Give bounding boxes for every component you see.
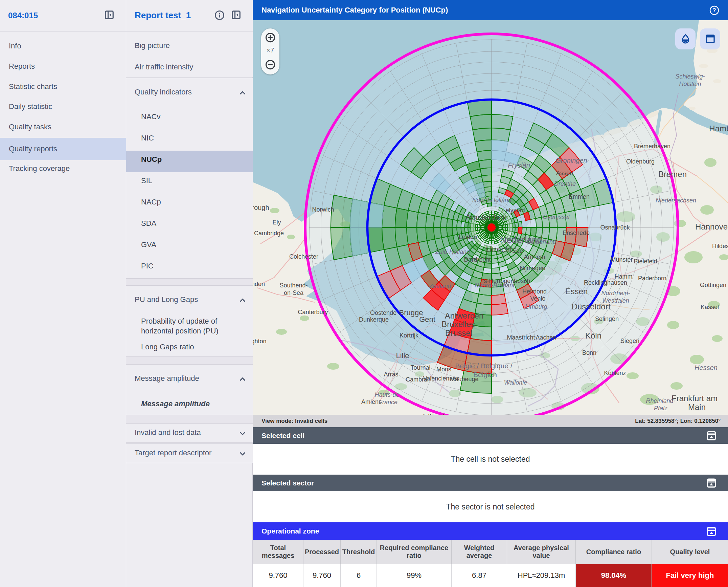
svg-text:Osnabrück: Osnabrück — [600, 224, 630, 231]
svg-text:Solingen: Solingen — [595, 316, 619, 322]
svg-text:Koblenz: Koblenz — [604, 370, 626, 376]
svg-text:Kassel: Kassel — [701, 304, 719, 310]
svg-text:Limburg: Limburg — [525, 303, 547, 310]
svg-text:Bruxelles -: Bruxelles - — [441, 320, 480, 329]
svg-text:Oldenburg: Oldenburg — [626, 158, 655, 165]
svg-text:Norwich: Norwich — [312, 206, 334, 213]
svg-text:Siegen: Siegen — [620, 338, 639, 344]
svg-text:Kortrijk: Kortrijk — [400, 332, 419, 339]
svg-text:Frankfurt am: Frankfurt am — [672, 394, 718, 403]
svg-text:Rheinland-: Rheinland- — [646, 397, 675, 404]
svg-text:Amsterdam: Amsterdam — [465, 213, 507, 222]
svg-text:Maastricht: Maastricht — [507, 334, 535, 341]
svg-text:Arnhem: Arnhem — [524, 254, 545, 260]
svg-text:Lelystad: Lelystad — [502, 207, 525, 214]
svg-text:Bonn: Bonn — [582, 349, 596, 356]
svg-text:Antwerpen: Antwerpen — [445, 311, 484, 320]
svg-text:Overijssel: Overijssel — [543, 214, 570, 220]
svg-text:Oostende: Oostende — [370, 309, 396, 316]
svg-text:Hessen: Hessen — [695, 364, 718, 371]
svg-text:Brussel: Brussel — [445, 328, 472, 338]
svg-text:Holstein: Holstein — [679, 81, 701, 87]
svg-text:Pfalz: Pfalz — [654, 405, 667, 412]
svg-text:Helmond: Helmond — [522, 288, 547, 295]
svg-text:Noord-Brabant: Noord-Brabant — [475, 282, 515, 289]
svg-text:Bremerhaven: Bremerhaven — [634, 143, 670, 150]
svg-text:Emmen: Emmen — [569, 193, 590, 200]
svg-text:Canterbury: Canterbury — [298, 309, 328, 316]
svg-text:Dordrecht: Dordrecht — [464, 256, 491, 263]
svg-text:Venlo: Venlo — [530, 295, 545, 302]
svg-text:Groningen: Groningen — [555, 157, 587, 164]
svg-text:Hamm: Hamm — [615, 273, 633, 280]
svg-text:Drenthe: Drenthe — [554, 180, 576, 187]
svg-text:Noord-Holland: Noord-Holland — [472, 197, 512, 203]
svg-text:Aachen: Aachen — [536, 334, 556, 341]
svg-text:Münster: Münster — [611, 256, 633, 263]
svg-text:Southend-: Southend- — [279, 282, 308, 289]
svg-text:ghton: ghton — [253, 338, 267, 345]
svg-text:Essen: Essen — [565, 287, 588, 296]
svg-text:Hildeshe: Hildeshe — [712, 243, 728, 249]
svg-text:Lille: Lille — [396, 351, 409, 360]
svg-text:?: ? — [712, 7, 716, 14]
svg-text:Tournai: Tournai — [410, 364, 430, 371]
svg-text:Zeeland: Zeeland — [429, 283, 451, 289]
svg-text:Zuid-Holland: Zuid-Holland — [435, 248, 470, 255]
svg-text:Mons: Mons — [436, 366, 451, 373]
svg-text:Recklinghausen: Recklinghausen — [584, 279, 627, 286]
svg-text:Dunkerque: Dunkerque — [359, 316, 389, 323]
svg-text:België / Belgique /: België / Belgique / — [455, 362, 512, 370]
svg-text:Arras: Arras — [384, 371, 398, 378]
svg-text:Gelderland: Gelderland — [526, 238, 556, 245]
svg-text:Cambridge: Cambridge — [254, 230, 284, 237]
svg-text:Westfalen: Westfalen — [602, 297, 629, 304]
svg-text:Nordrhein-: Nordrhein- — [601, 290, 630, 297]
svg-text:Ede: Ede — [512, 247, 523, 254]
svg-text:Gent: Gent — [419, 315, 435, 324]
svg-text:Hauts-de-: Hauts-de- — [374, 391, 401, 398]
svg-text:hdon: hdon — [253, 281, 265, 287]
svg-text:Colchester: Colchester — [289, 253, 318, 260]
svg-text:Leiden: Leiden — [459, 234, 477, 240]
svg-text:Belgien: Belgien — [473, 371, 497, 378]
svg-text:Utrecht: Utrecht — [486, 245, 512, 254]
svg-text:Nijmegen: Nijmegen — [520, 265, 545, 271]
svg-text:Hannover: Hannover — [695, 222, 728, 231]
svg-text:Assen: Assen — [556, 170, 573, 176]
svg-text:Ely: Ely — [272, 219, 281, 226]
svg-text:Schleswig-: Schleswig- — [675, 73, 705, 80]
svg-text:Main: Main — [688, 403, 706, 412]
svg-text:Paderborn: Paderborn — [638, 275, 666, 282]
svg-text:France: France — [379, 399, 397, 406]
svg-text:Fryslân: Fryslân — [508, 161, 530, 169]
svg-text:rough: rough — [253, 204, 269, 211]
svg-text:Göttingen: Göttingen — [700, 282, 726, 288]
svg-text:Bremen: Bremen — [658, 170, 687, 179]
svg-text:Niedersachsen: Niedersachsen — [656, 197, 696, 204]
svg-text:Enschede: Enschede — [563, 230, 590, 236]
svg-text:Lëtzebuerg: Lëtzebuerg — [423, 412, 463, 415]
svg-text:Köln: Köln — [585, 331, 601, 340]
svg-text:Hambu: Hambu — [709, 124, 728, 133]
svg-text:Wallonie: Wallonie — [504, 379, 527, 386]
svg-text:on-Sea: on-Sea — [284, 289, 304, 296]
svg-text:Bielefeld: Bielefeld — [634, 258, 657, 265]
